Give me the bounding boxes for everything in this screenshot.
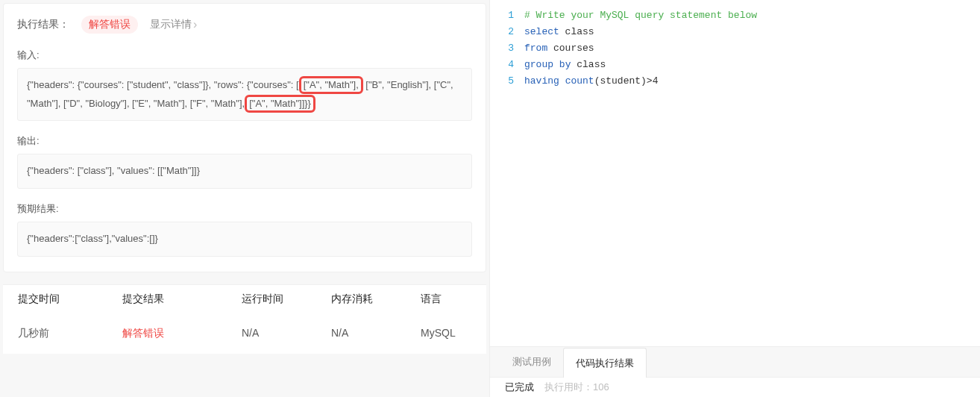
code-token: class — [559, 26, 594, 37]
code-token: having — [524, 75, 559, 87]
code-token: from — [524, 43, 547, 54]
code-token: class — [571, 59, 606, 70]
line-number: 3 — [490, 40, 514, 57]
result-header: 执行结果： 解答错误 显示详情 — [17, 16, 472, 34]
code-token: 4 — [653, 75, 659, 87]
input-highlight-2: ["A", "Math"]]}} — [245, 95, 315, 113]
code-line[interactable]: from courses — [524, 40, 980, 57]
line-number: 4 — [490, 57, 514, 73]
input-label: 输入: — [17, 49, 472, 62]
tabs-row: 测试用例 代码执行结果 — [490, 347, 980, 377]
code-line[interactable]: group by class — [524, 57, 980, 73]
result-label: 执行结果： — [17, 18, 69, 31]
bottom-panel: 测试用例 代码执行结果 已完成 执行用时：106 — [490, 346, 980, 397]
status-timing: 执行用时：106 — [544, 381, 609, 394]
table-row[interactable]: 几秒前 解答错误 N/A N/A MySQL — [3, 313, 486, 354]
code-token: by — [559, 59, 571, 70]
output-label: 输出: — [17, 134, 472, 148]
col-header-time: 提交时间 — [3, 293, 107, 306]
right-pane: 12345 # Write your MySQL query statement… — [489, 0, 980, 397]
result-section: 执行结果： 解答错误 显示详情 输入: {"headers": {"course… — [3, 3, 486, 272]
line-number: 2 — [490, 24, 514, 40]
editor-code-area[interactable]: # Write your MySQL query statement below… — [524, 7, 980, 346]
col-header-runtime: 运行时间 — [227, 293, 316, 306]
code-token: select — [524, 26, 559, 37]
input-text-pre: {"headers": {"courses": ["student", "cla… — [27, 79, 299, 90]
code-token: count — [565, 75, 594, 87]
submissions-header: 提交时间 提交结果 运行时间 内存消耗 语言 — [3, 284, 486, 313]
output-box[interactable]: {"headers": ["class"], "values": [["Math… — [17, 154, 472, 189]
code-token — [553, 59, 559, 70]
code-line[interactable]: having count(student)>4 — [524, 73, 980, 90]
tab-code-result[interactable]: 代码执行结果 — [563, 348, 647, 378]
show-detail-link[interactable]: 显示详情 — [150, 18, 197, 31]
code-line[interactable]: # Write your MySQL query statement below — [524, 7, 980, 24]
cell-memory: N/A — [316, 327, 406, 340]
tab-testcase[interactable]: 测试用例 — [500, 347, 563, 377]
col-header-lang: 语言 — [406, 293, 480, 306]
execution-status-row: 已完成 执行用时：106 — [490, 377, 980, 397]
code-editor[interactable]: 12345 # Write your MySQL query statement… — [490, 0, 980, 346]
status-done: 已完成 — [505, 381, 534, 394]
code-token: (student)> — [594, 75, 653, 87]
col-header-memory: 内存消耗 — [316, 293, 406, 306]
line-number: 5 — [490, 73, 514, 90]
code-token — [559, 75, 565, 87]
expected-box[interactable]: {"headers":["class"],"values":[]} — [17, 222, 472, 257]
code-token: group — [524, 59, 553, 70]
cell-result: 解答错误 — [107, 327, 227, 340]
input-highlight-1: ["A", "Math"], — [299, 76, 363, 94]
code-token: courses — [547, 43, 594, 54]
result-status-badge: 解答错误 — [81, 16, 138, 34]
code-token: # Write your MySQL query statement below — [524, 10, 757, 21]
editor-gutter: 12345 — [490, 7, 524, 346]
code-line[interactable]: select class — [524, 24, 980, 40]
cell-runtime: N/A — [227, 327, 316, 340]
expected-label: 预期结果: — [17, 202, 472, 216]
cell-lang: MySQL — [406, 327, 480, 340]
cell-time: 几秒前 — [3, 327, 107, 340]
line-number: 1 — [490, 7, 514, 24]
left-pane: 执行结果： 解答错误 显示详情 输入: {"headers": {"course… — [0, 0, 489, 397]
input-box[interactable]: {"headers": {"courses": ["student", "cla… — [17, 68, 472, 121]
col-header-result: 提交结果 — [107, 293, 227, 306]
